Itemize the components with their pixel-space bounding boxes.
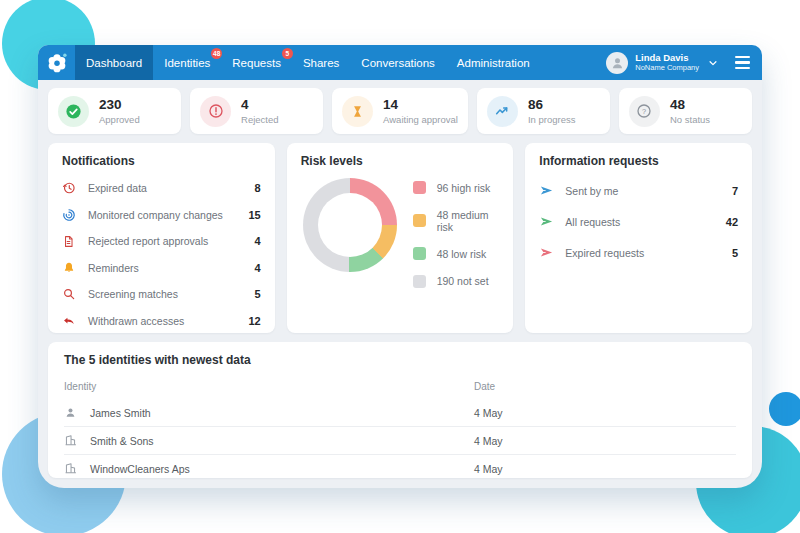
user-info: Linda Davis NoName Company [635, 53, 699, 73]
question-circle-icon: ? [629, 96, 660, 127]
legend-swatch-low [413, 247, 426, 260]
app-logo[interactable] [38, 45, 75, 80]
stat-in-progress-value: 86 [528, 97, 576, 112]
stat-card-awaiting[interactable]: 14 Awaiting approval [332, 88, 468, 134]
table-header: Identity Date [64, 374, 736, 399]
identity-name: WindowCleaners Aps [90, 463, 190, 475]
stat-card-approved[interactable]: 230 Approved [48, 88, 181, 134]
tab-administration-label: Administration [457, 57, 530, 69]
legend-label: 190 not set [437, 275, 489, 287]
tab-identities-label: Identities [164, 57, 210, 69]
history-icon [62, 181, 77, 195]
identities-table-title: The 5 identities with newest data [64, 353, 736, 367]
legend-swatch-high [413, 181, 426, 194]
dashboard-content: 230 Approved 4 Rejected 14 A [38, 80, 762, 488]
undo-arrow-icon [62, 314, 77, 328]
chevron-down-icon[interactable] [708, 58, 718, 68]
send-icon [539, 183, 554, 198]
notification-label: Expired data [88, 182, 244, 194]
check-circle-icon [58, 96, 89, 127]
legend-label: 48 medium risk [437, 209, 500, 233]
request-label: All requests [565, 216, 714, 228]
notifications-panel: Notifications Expired data 8 Monitored c… [48, 143, 275, 333]
information-requests-title: Information requests [539, 154, 738, 168]
trending-up-icon [487, 96, 518, 127]
request-expired-requests[interactable]: Expired requests 5 [539, 237, 738, 268]
stat-awaiting-value: 14 [383, 97, 458, 112]
identity-date: 4 May [474, 407, 736, 419]
magnifier-icon [62, 287, 77, 301]
stat-no-status-label: No status [670, 114, 710, 125]
notification-label: Screening matches [88, 288, 244, 300]
notification-count: 4 [255, 235, 261, 247]
tab-administration[interactable]: Administration [446, 45, 541, 80]
decor-circle-right-small [769, 392, 800, 426]
monitoring-icon [62, 208, 77, 222]
request-sent-by-me[interactable]: Sent by me 7 [539, 175, 738, 206]
identity-date: 4 May [474, 435, 736, 447]
app-window: Dashboard Identities 48 Requests 5 Share… [38, 45, 762, 488]
stat-approved-value: 230 [99, 97, 140, 112]
request-all-requests[interactable]: All requests 42 [539, 206, 738, 237]
request-count: 42 [726, 216, 738, 228]
building-icon [64, 462, 79, 475]
notification-expired-data[interactable]: Expired data 8 [62, 175, 261, 202]
notification-count: 15 [248, 209, 260, 221]
stat-no-status-value: 48 [670, 97, 710, 112]
flower-logo-icon [46, 52, 68, 74]
tab-identities[interactable]: Identities 48 [153, 45, 221, 80]
information-requests-panel: Information requests Sent by me 7 All re… [525, 143, 752, 333]
stat-card-rejected[interactable]: 4 Rejected [190, 88, 323, 134]
tab-shares[interactable]: Shares [292, 45, 350, 80]
stat-card-in-progress[interactable]: 86 In progress [477, 88, 610, 134]
tab-requests[interactable]: Requests 5 [221, 45, 292, 80]
notification-count: 5 [255, 288, 261, 300]
stat-card-no-status[interactable]: ? 48 No status [619, 88, 752, 134]
legend-low-risk: 48 low risk [413, 247, 500, 260]
notification-count: 12 [248, 315, 260, 327]
notification-label: Withdrawn accesses [88, 315, 237, 327]
legend-medium-risk: 48 medium risk [413, 209, 500, 233]
notification-label: Rejected report approvals [88, 235, 244, 247]
user-avatar [606, 52, 628, 74]
stat-rejected-label: Rejected [241, 114, 279, 125]
legend-not-set: 190 not set [413, 275, 500, 288]
alert-circle-icon [200, 96, 231, 127]
newest-identities-card: The 5 identities with newest data Identi… [48, 342, 752, 478]
user-name: Linda Davis [635, 53, 699, 64]
legend-label: 96 high risk [437, 182, 491, 194]
notification-label: Reminders [88, 262, 244, 274]
tab-conversations-label: Conversations [361, 57, 435, 69]
person-icon [610, 55, 625, 70]
risk-levels-panel: Risk levels 96 high risk 48 medium risk [287, 143, 514, 333]
user-menu[interactable]: Linda Davis NoName Company [606, 52, 762, 74]
risk-donut-chart [303, 178, 397, 272]
stat-awaiting-label: Awaiting approval [383, 114, 458, 125]
send-icon [539, 245, 554, 260]
notification-label: Monitored company changes [88, 209, 237, 221]
tab-conversations[interactable]: Conversations [350, 45, 446, 80]
top-navbar: Dashboard Identities 48 Requests 5 Share… [38, 45, 762, 80]
request-count: 5 [732, 247, 738, 259]
identity-date: 4 May [474, 463, 736, 475]
notification-rejected-reports[interactable]: Rejected report approvals 4 [62, 228, 261, 255]
request-count: 7 [732, 185, 738, 197]
legend-high-risk: 96 high risk [413, 181, 500, 194]
stat-rejected-value: 4 [241, 97, 279, 112]
table-row[interactable]: WindowCleaners Aps 4 May [64, 455, 736, 478]
notification-screening-matches[interactable]: Screening matches 5 [62, 281, 261, 308]
hamburger-menu-icon[interactable] [735, 56, 750, 69]
risk-levels-title: Risk levels [301, 154, 500, 168]
notification-monitored-changes[interactable]: Monitored company changes 15 [62, 202, 261, 229]
table-row[interactable]: Smith & Sons 4 May [64, 427, 736, 455]
request-label: Expired requests [565, 247, 721, 259]
user-company: NoName Company [635, 64, 699, 73]
request-label: Sent by me [565, 185, 721, 197]
legend-swatch-not-set [413, 275, 426, 288]
bell-icon [62, 261, 77, 275]
notification-withdrawn-accesses[interactable]: Withdrawn accesses 12 [62, 308, 261, 335]
table-row[interactable]: James Smith 4 May [64, 399, 736, 427]
notification-reminders[interactable]: Reminders 4 [62, 255, 261, 282]
column-header-identity: Identity [64, 381, 474, 392]
tab-dashboard[interactable]: Dashboard [75, 45, 153, 80]
